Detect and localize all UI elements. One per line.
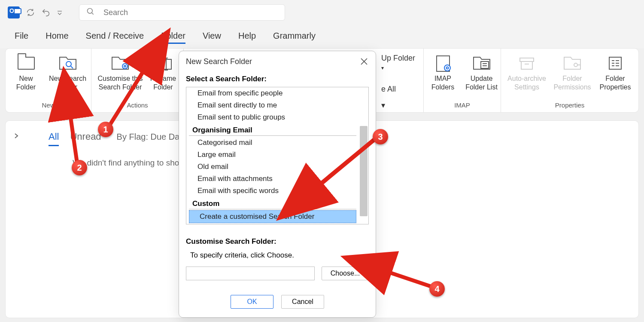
search-input[interactable] xyxy=(103,8,278,17)
tab-help[interactable]: Help xyxy=(238,31,256,43)
search-icon xyxy=(86,7,95,18)
ok-button[interactable]: OK xyxy=(231,295,273,309)
outlook-logo xyxy=(8,6,20,18)
list-item[interactable]: Categorised mail xyxy=(186,137,359,149)
scrollbar-thumb[interactable] xyxy=(360,126,368,216)
collapse-chevron-icon[interactable] xyxy=(13,133,19,141)
sort-by-label[interactable]: By Flag: Due Date xyxy=(117,132,187,142)
folder-icon xyxy=(16,55,36,72)
clean-up-folder-button[interactable]: Up Folder ▾ xyxy=(381,54,419,72)
svg-point-11 xyxy=(444,65,450,71)
svg-rect-21 xyxy=(609,57,621,69)
new-search-folder-button[interactable]: New Search Folder xyxy=(46,51,90,101)
criteria-hint: To specify criteria, click Choose. xyxy=(186,249,369,263)
tab-file[interactable]: File xyxy=(15,31,28,43)
list-item[interactable]: Email from specific people xyxy=(186,87,359,99)
auto-archive-settings-button: Auto-archive Settings xyxy=(504,51,550,101)
customise-label: Customise Search Folder: xyxy=(186,237,369,246)
dialog-title: New Search Folder xyxy=(186,57,252,66)
archive-icon xyxy=(517,55,537,72)
cancel-button[interactable]: Cancel xyxy=(281,295,324,309)
annotation-badge: 4 xyxy=(429,281,445,297)
svg-point-1 xyxy=(88,9,93,14)
list-item-selected[interactable]: Create a customised Search Folder xyxy=(189,210,356,223)
tab-folder[interactable]: Folder xyxy=(161,31,185,44)
imap-folders-button[interactable]: IMAP Folders xyxy=(424,51,462,101)
svg-rect-17 xyxy=(521,61,532,69)
list-header: Organising Email xyxy=(189,124,356,136)
customise-search-folder-button[interactable]: Customise this Search Folder xyxy=(94,51,146,101)
group-label-properties: Properties xyxy=(555,101,584,109)
annotation-badge: 2 xyxy=(72,160,87,175)
rename-folder-icon xyxy=(153,55,173,72)
list-header: Custom xyxy=(189,198,356,209)
list-item[interactable]: Email sent to public groups xyxy=(186,111,359,123)
properties-icon xyxy=(605,55,625,72)
group-label-new: New xyxy=(42,101,55,109)
list-item[interactable]: Large email xyxy=(186,149,359,161)
annotation-badge: 3 xyxy=(373,129,388,144)
list-item[interactable]: Email sent directly to me xyxy=(186,99,359,111)
svg-rect-13 xyxy=(481,61,489,68)
imap-folders-icon xyxy=(433,55,453,72)
select-folder-label: Select a Search Folder: xyxy=(186,75,369,83)
filter-all[interactable]: All xyxy=(49,131,59,146)
group-label-actions: Actions xyxy=(127,101,148,109)
search-box[interactable] xyxy=(79,4,285,21)
delete-all-button[interactable]: e All xyxy=(381,85,396,94)
sync-icon[interactable] xyxy=(26,8,35,17)
permissions-icon xyxy=(562,55,582,72)
tab-home[interactable]: Home xyxy=(46,31,68,43)
svg-point-19 xyxy=(574,63,577,67)
new-search-folder-dialog: New Search Folder Select a Search Folder… xyxy=(179,51,376,318)
svg-line-2 xyxy=(92,13,94,15)
group-label-imap: IMAP xyxy=(454,101,470,109)
filter-unread[interactable]: Unread xyxy=(70,131,101,145)
search-folder-listbox[interactable]: Email from specific people Email sent di… xyxy=(186,87,369,224)
undo-icon[interactable] xyxy=(41,8,51,17)
choose-button[interactable]: Choose... xyxy=(322,267,369,280)
update-folder-list-icon xyxy=(472,55,492,72)
new-folder-button[interactable]: New Folder xyxy=(7,51,46,101)
close-icon[interactable] xyxy=(360,58,369,66)
tab-grammarly[interactable]: Grammarly xyxy=(273,31,316,43)
title-bar xyxy=(0,0,644,25)
tab-view[interactable]: View xyxy=(203,31,221,43)
list-item[interactable]: Email with attachments xyxy=(186,173,359,185)
quickbar-dropdown-icon[interactable] xyxy=(57,8,63,17)
update-folder-list-button[interactable]: Update Folder List xyxy=(462,51,501,101)
annotation-badge: 1 xyxy=(98,122,113,137)
customise-folder-icon xyxy=(110,55,130,72)
list-item[interactable]: Old email xyxy=(186,161,359,173)
svg-rect-16 xyxy=(520,58,534,61)
criteria-input[interactable] xyxy=(186,267,315,280)
svg-line-4 xyxy=(71,66,73,68)
tab-send-receive[interactable]: Send / Receive xyxy=(86,31,144,43)
search-folder-icon xyxy=(58,55,78,72)
svg-point-3 xyxy=(66,61,71,67)
folder-permissions-button: Folder Permissions xyxy=(550,51,595,101)
rename-folder-button[interactable]: Rename Folder xyxy=(146,51,180,101)
svg-point-5 xyxy=(122,64,128,69)
folder-properties-button[interactable]: Folder Properties xyxy=(595,51,636,101)
list-item[interactable]: Email with specific words xyxy=(186,185,359,197)
menu-tabs: File Home Send / Receive Folder View Hel… xyxy=(0,25,644,48)
